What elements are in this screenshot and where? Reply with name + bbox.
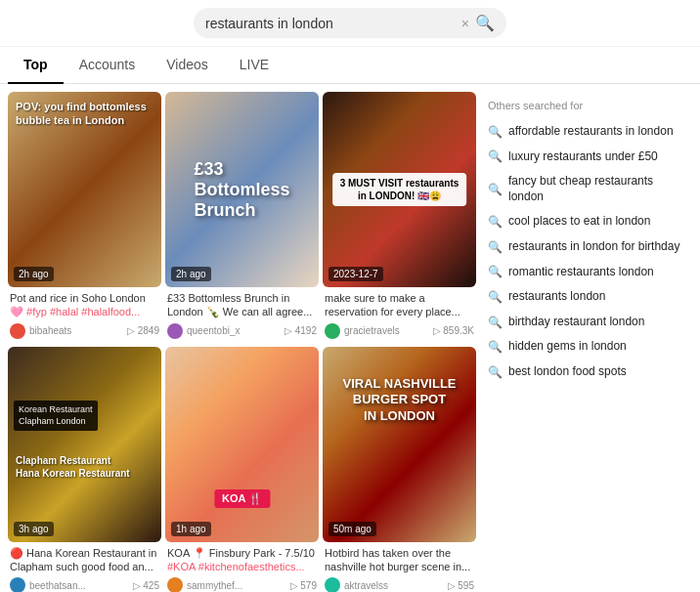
author-6: aktravelss (344, 580, 388, 591)
video-info-3: make sure to make a reservation for ever… (323, 287, 476, 343)
time-badge-3: 2023-12-7 (328, 267, 383, 281)
sidebar-item-text-0: affordable restaurants in london (508, 124, 674, 140)
search-small-icon-4: 🔍 (488, 240, 503, 254)
tab-videos[interactable]: Videos (151, 47, 224, 84)
sidebar-item-text-3: cool places to eat in london (508, 214, 650, 230)
sidebar-item-text-4: restaurants in london for birthday (508, 239, 679, 255)
search-input[interactable] (205, 16, 461, 31)
tab-accounts[interactable]: Accounts (64, 47, 152, 84)
sidebar-item-text-6: restaurants london (508, 289, 605, 305)
video-info-4: 🔴 Hana Korean Restaurant in Clapham such… (8, 542, 161, 592)
videos-grid: POV: you find bottomless bubble tea in L… (8, 92, 476, 592)
video-card-6[interactable]: VIRAL NASHVILLEBURGER SPOTIN LONDON 50m … (323, 347, 476, 592)
search-small-icon-0: 🔍 (488, 125, 503, 139)
sidebar-item-text-2: fancy but cheap restaurants london (508, 174, 680, 204)
video-card-1[interactable]: POV: you find bottomless bubble tea in L… (8, 92, 161, 343)
video-meta-5: sammythef... ▷ 579 (167, 577, 317, 592)
video-desc-6: Hotbird has taken over the nashville hot… (325, 546, 474, 574)
sidebar-item-text-8: hidden gems in london (508, 339, 627, 355)
tab-top[interactable]: Top (8, 47, 64, 84)
play-count-2: ▷ 4192 (284, 325, 317, 336)
avatar-2 (167, 323, 183, 339)
video-card-5[interactable]: KOA 🍴 1h ago KOA 📍 Finsbury Park - 7.5/1… (165, 347, 319, 592)
time-badge-1: 2h ago (14, 267, 54, 281)
sidebar-item-text-1: luxury restaurants under £50 (508, 149, 658, 165)
search-input-wrapper[interactable]: × 🔍 (194, 8, 506, 38)
main-content: POV: you find bottomless bubble tea in L… (0, 84, 700, 592)
sidebar: Others searched for 🔍 affordable restaur… (476, 92, 692, 592)
search-small-icon-3: 🔍 (488, 215, 503, 229)
author-5: sammythef... (187, 580, 242, 591)
avatar-6 (325, 577, 340, 592)
video-desc-3: make sure to make a reservation for ever… (325, 291, 474, 319)
overlay-text-1: POV: you find bottomless bubble tea in L… (16, 100, 153, 128)
brand-badge-5: KOA 🍴 (214, 489, 270, 508)
author-1: bibaheats (29, 325, 71, 336)
avatar-5 (167, 577, 183, 592)
video-desc-1: Pot and rice in Soho London 🩷 #fyp #hala… (10, 291, 159, 319)
video-card-4[interactable]: Clapham RestaurantHana Korean Restaurant… (8, 347, 161, 592)
time-badge-4: 3h ago (14, 522, 54, 536)
video-desc-2: £33 Bottomless Brunch in London 🍾 We can… (167, 291, 317, 319)
sidebar-item-1[interactable]: 🔍 luxury restaurants under £50 (488, 145, 680, 170)
video-info-1: Pot and rice in Soho London 🩷 #fyp #hala… (8, 287, 161, 343)
video-info-6: Hotbird has taken over the nashville hot… (323, 542, 476, 592)
video-thumb-3: 3 MUST VISIT restaurantsin LONDON! 🇬🇧😩 2… (323, 92, 476, 287)
video-thumb-4: Clapham RestaurantHana Korean Restaurant… (8, 347, 161, 542)
author-2: queentobi_x (187, 325, 241, 336)
video-thumb-6: VIRAL NASHVILLEBURGER SPOTIN LONDON 50m … (323, 347, 476, 542)
play-count-4: ▷ 425 (133, 580, 159, 591)
play-count-3: ▷ 859.3K (433, 325, 474, 336)
viral-text-6: VIRAL NASHVILLEBURGER SPOTIN LONDON (342, 376, 456, 426)
avatar-3 (325, 323, 340, 339)
video-thumb-2: £33 Bottomless Brunch 2h ago (165, 92, 319, 287)
avatar-1 (10, 323, 25, 339)
sidebar-item-3[interactable]: 🔍 cool places to eat in london (488, 209, 680, 234)
video-info-5: KOA 📍 Finsbury Park - 7.5/10 #KOA #kitch… (165, 542, 319, 592)
video-thumb-1: POV: you find bottomless bubble tea in L… (8, 92, 161, 287)
sidebar-title: Others searched for (488, 100, 680, 111)
time-badge-5: 1h ago (171, 522, 211, 536)
tabs-bar: Top Accounts Videos LIVE (0, 47, 700, 84)
search-small-icon-6: 🔍 (488, 290, 503, 304)
play-count-5: ▷ 579 (290, 580, 317, 591)
video-meta-6: aktravelss ▷ 595 (325, 577, 474, 592)
sidebar-item-6[interactable]: 🔍 restaurants london (488, 284, 680, 310)
play-count-6: ▷ 595 (448, 580, 474, 591)
video-meta-1: bibaheats ▷ 2849 (10, 323, 159, 339)
korean-badge-4: Korean RestaurantClapham London (14, 401, 98, 431)
time-badge-6: 50m ago (328, 522, 376, 536)
play-count-1: ▷ 2849 (127, 325, 159, 336)
search-small-icon-1: 🔍 (488, 149, 503, 163)
sidebar-item-5[interactable]: 🔍 romantic restaurants london (488, 260, 680, 285)
overlay-label-3: 3 MUST VISIT restaurantsin LONDON! 🇬🇧😩 (332, 173, 467, 206)
author-3: gracietravels (344, 325, 400, 336)
search-small-icon-7: 🔍 (488, 316, 503, 329)
search-small-icon-9: 🔍 (488, 365, 503, 379)
video-meta-4: beethatsan... ▷ 425 (10, 577, 159, 592)
tab-live[interactable]: LIVE (224, 47, 284, 84)
avatar-4 (10, 577, 25, 592)
video-meta-3: gracietravels ▷ 859.3K (325, 323, 474, 339)
overlay-text-4: Clapham RestaurantHana Korean Restaurant (16, 454, 153, 480)
video-card-3[interactable]: 3 MUST VISIT restaurantsin LONDON! 🇬🇧😩 2… (323, 92, 476, 343)
video-meta-2: queentobi_x ▷ 4192 (167, 323, 317, 339)
clear-icon[interactable]: × (461, 16, 469, 31)
sidebar-item-0[interactable]: 🔍 affordable restaurants in london (488, 119, 680, 145)
video-thumb-5: KOA 🍴 1h ago (165, 347, 319, 542)
sidebar-item-2[interactable]: 🔍 fancy but cheap restaurants london (488, 169, 680, 209)
search-small-icon-2: 🔍 (488, 183, 503, 196)
sidebar-item-8[interactable]: 🔍 hidden gems in london (488, 334, 680, 359)
sidebar-item-7[interactable]: 🔍 birthday restaurant london (488, 310, 680, 335)
search-small-icon-5: 🔍 (488, 265, 503, 278)
video-desc-5: KOA 📍 Finsbury Park - 7.5/10 #KOA #kitch… (167, 546, 317, 574)
video-card-2[interactable]: £33 Bottomless Brunch 2h ago £33 Bottoml… (165, 92, 319, 343)
search-small-icon-8: 🔍 (488, 340, 503, 354)
search-icon[interactable]: 🔍 (475, 14, 495, 32)
sidebar-item-4[interactable]: 🔍 restaurants in london for birthday (488, 234, 680, 260)
search-bar: × 🔍 (0, 0, 700, 47)
video-info-2: £33 Bottomless Brunch in London 🍾 We can… (165, 287, 319, 343)
sidebar-item-text-7: birthday restaurant london (508, 315, 644, 330)
sidebar-item-text-9: best london food spots (508, 364, 627, 380)
sidebar-item-9[interactable]: 🔍 best london food spots (488, 359, 680, 385)
